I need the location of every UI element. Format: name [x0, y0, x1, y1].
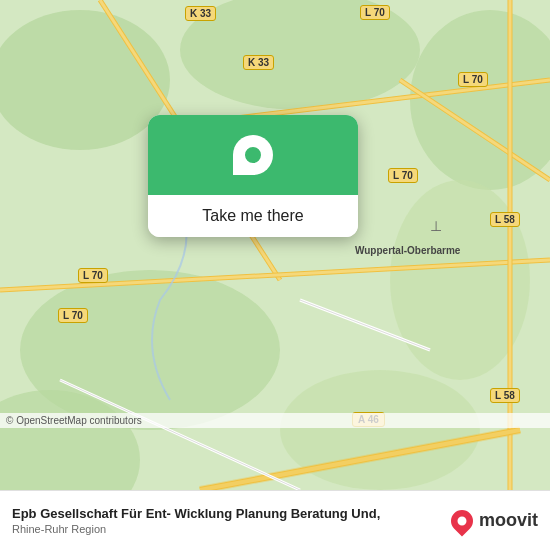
road-label-l70-top: L 70 [360, 5, 390, 20]
moovit-text: moovit [479, 510, 538, 531]
moovit-logo[interactable]: moovit [451, 510, 538, 532]
road-label-k33-1: K 33 [185, 6, 216, 21]
road-label-l58-2: L 58 [490, 388, 520, 403]
tooltip-card: Take me there [148, 115, 358, 237]
pin-wrapper [225, 127, 282, 184]
location-region: Rhine-Ruhr Region [12, 523, 451, 535]
road-label-l70-4: L 70 [78, 268, 108, 283]
road-label-k33-2: K 33 [243, 55, 274, 70]
map-attribution: © OpenStreetMap contributors [0, 413, 550, 428]
svg-point-0 [0, 10, 170, 150]
location-name: Epb Gesellschaft Für Ent- Wicklung Planu… [12, 506, 451, 523]
road-label-l70-2: L 70 [458, 72, 488, 87]
location-info: Epb Gesellschaft Für Ent- Wicklung Planu… [12, 506, 451, 535]
road-label-l58-1: L 58 [490, 212, 520, 227]
map-container: K 33 K 33 L 70 L 70 L 70 L 70 L 70 L 58 … [0, 0, 550, 490]
take-me-there-button[interactable]: Take me there [148, 195, 358, 237]
road-label-l70-3: L 70 [388, 168, 418, 183]
bottom-bar: Epb Gesellschaft Für Ent- Wicklung Planu… [0, 490, 550, 550]
tooltip-top [148, 115, 358, 195]
road-label-l70-5: L 70 [58, 308, 88, 323]
location-pin-icon [233, 135, 273, 175]
city-label-wuppertal: Wuppertal-Oberbarme [355, 245, 460, 256]
antenna-icon: ⊥ [430, 218, 442, 234]
moovit-pin-icon [446, 505, 477, 536]
